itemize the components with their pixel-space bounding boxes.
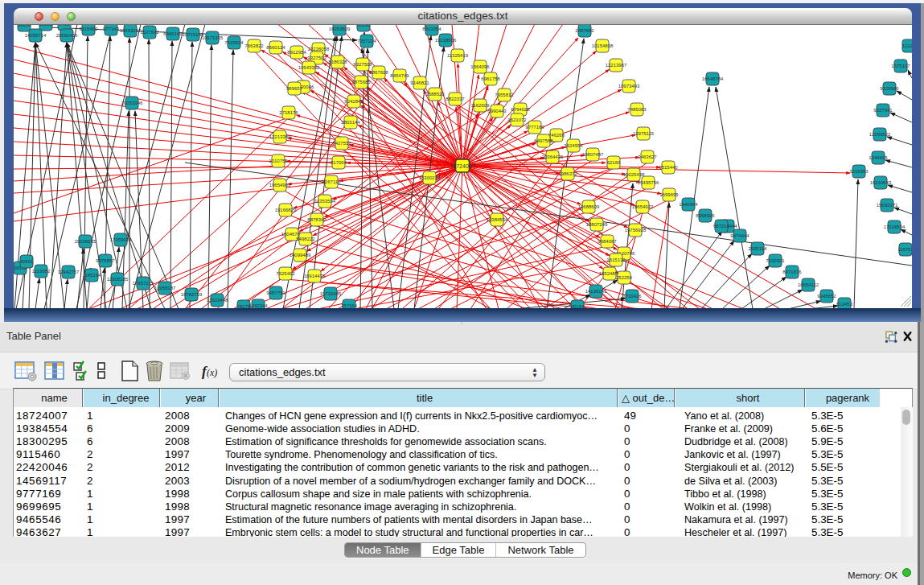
svg-text:7485063: 7485063 [627,107,647,112]
svg-text:16782759: 16782759 [181,292,203,297]
svg-text:11325419: 11325419 [447,53,469,58]
svg-text:8267110: 8267110 [322,179,342,184]
svg-text:8822037: 8822037 [446,97,465,101]
svg-text:9699695: 9699695 [659,192,679,197]
svg-text:19384554: 19384554 [487,217,508,222]
svg-text:1527602: 1527602 [140,30,159,35]
svg-text:6961758: 6961758 [481,76,500,81]
svg-text:20053346: 20053346 [121,101,143,105]
svg-text:88130: 88130 [357,25,371,27]
svg-text:12213389: 12213389 [269,134,291,139]
svg-text:19756928: 19756928 [625,228,647,233]
svg-text:9245652: 9245652 [817,294,836,299]
svg-text:7515524: 7515524 [224,40,244,45]
svg-text:14099489: 14099489 [290,253,311,257]
svg-text:12923448: 12923448 [207,298,228,303]
svg-text:989657: 989657 [286,86,303,91]
svg-text:8958926: 8958926 [696,213,715,218]
svg-text:9684067: 9684067 [598,239,617,244]
svg-text:10688609: 10688609 [578,204,600,209]
svg-text:8878342: 8878342 [307,217,326,222]
svg-text:7663822: 7663822 [244,43,264,48]
svg-text:20206535: 20206535 [75,239,97,244]
svg-text:62160: 62160 [607,160,621,165]
svg-text:11353594: 11353594 [314,199,336,204]
svg-text:2687682: 2687682 [575,28,594,33]
svg-text:14055714: 14055714 [25,33,47,38]
svg-text:7986372: 7986372 [558,171,577,176]
svg-text:1564096: 1564096 [470,64,490,69]
svg-text:20131: 20131 [39,25,53,27]
svg-text:2718176: 2718176 [279,110,298,115]
svg-text:2803144: 2803144 [341,120,360,125]
svg-text:2935114: 2935114 [749,246,768,251]
svg-text:687216: 687216 [713,224,730,229]
svg-text:9327503: 9327503 [307,56,326,60]
svg-text:1010755: 1010755 [269,159,288,163]
svg-text:1115682: 1115682 [32,269,51,274]
svg-text:8454749: 8454749 [390,73,409,78]
svg-text:17016504: 17016504 [884,225,906,229]
svg-text:9327508: 9327508 [353,62,372,67]
svg-text:116753: 116753 [897,247,912,252]
svg-text:12942757: 12942757 [58,270,80,274]
svg-text:20364436: 20364436 [542,154,564,159]
svg-text:15300215: 15300215 [419,175,441,180]
svg-text:3624554: 3624554 [564,143,583,148]
svg-text:1145194: 1145194 [83,273,102,278]
svg-text:1640954: 1640954 [679,202,698,207]
svg-text:1292344: 1292344 [248,303,268,308]
svg-text:23226058: 23226058 [308,47,330,51]
svg-text:12093822: 12093822 [869,132,891,137]
svg-text:6794028: 6794028 [511,107,530,112]
svg-text:10671355: 10671355 [202,35,224,40]
svg-text:5498222: 5498222 [296,237,315,241]
svg-text:16210643: 16210643 [870,180,892,185]
svg-text:39104: 39104 [18,25,31,27]
svg-text:19654923: 19654923 [632,204,654,209]
svg-text:9463: 9463 [59,25,70,27]
svg-text:252254: 252254 [616,275,633,280]
svg-text:3215953: 3215953 [849,169,869,174]
svg-text:17957225: 17957225 [133,281,154,286]
svg-text:18807249: 18807249 [586,222,608,227]
svg-text:9975857: 9975857 [96,258,115,263]
svg-text:16053809: 16053809 [329,27,351,31]
svg-text:317004: 317004 [331,160,347,165]
svg-text:(x): (x) [207,367,217,378]
svg-text:10025438: 10025438 [623,172,645,177]
svg-text:9515440: 9515440 [659,165,678,170]
svg-text:19166829: 19166829 [275,208,297,212]
svg-text:43901: 43901 [20,259,34,264]
svg-text:1575107: 1575107 [891,64,910,68]
svg-text:8427552: 8427552 [332,141,351,146]
svg-text:14136141: 14136141 [585,289,607,294]
svg-text:8813054: 8813054 [422,27,441,31]
svg-text:10653267: 10653267 [120,28,142,33]
svg-text:12975115: 12975115 [633,131,655,136]
svg-text:746266: 746266 [548,133,565,138]
svg-text:95154: 95154 [571,304,585,308]
svg-text:9242845: 9242845 [344,99,363,104]
svg-text:7955812: 7955812 [495,93,514,97]
svg-text:7357224: 7357224 [357,39,376,43]
svg-text:15495756: 15495756 [638,180,659,185]
svg-text:16648784: 16648784 [702,76,724,81]
svg-text:9457791: 9457791 [266,290,285,295]
svg-text:9777169: 9777169 [525,125,544,130]
svg-text:977169: 977169 [103,27,120,31]
svg-text:10958187: 10958187 [154,286,176,290]
svg-text:10654112: 10654112 [798,282,819,287]
svg-text:8186328: 8186328 [328,60,347,64]
svg-text:7632621: 7632621 [766,258,785,263]
svg-text:18724007: 18724007 [450,163,474,169]
svg-text:9146821: 9146821 [410,80,429,85]
svg-text:7625402: 7625402 [276,271,295,276]
svg-text:6497568: 6497568 [534,138,553,143]
svg-text:20691406: 20691406 [56,33,78,38]
svg-text:9463627: 9463627 [638,154,657,159]
svg-text:9129966: 9129966 [880,86,899,91]
svg-text:6466160: 6466160 [163,31,183,36]
svg-text:1615132: 1615132 [606,257,626,262]
svg-text:10807487: 10807487 [582,152,604,157]
